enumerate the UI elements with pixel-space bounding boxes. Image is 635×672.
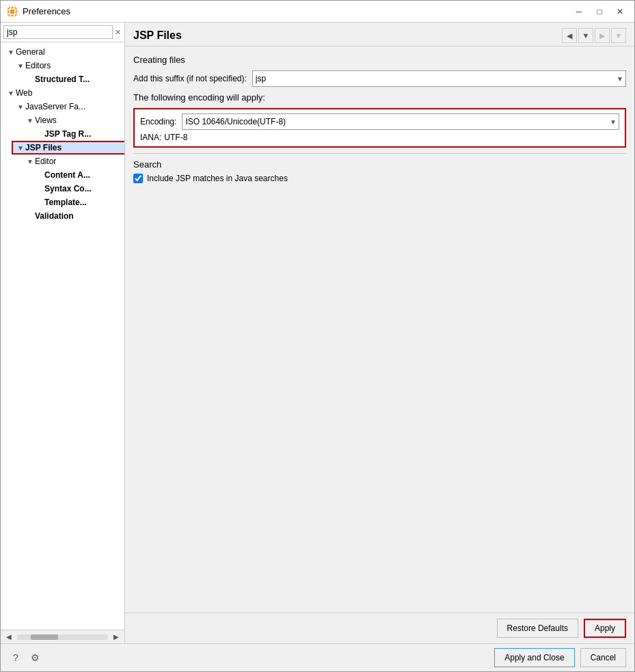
back-button[interactable]: ◀ <box>562 28 577 43</box>
scroll-right-arrow[interactable]: ▶ <box>111 632 122 643</box>
suffix-label: Add this suffix (if not specified): <box>133 74 247 83</box>
tree-label-web: Web <box>16 88 32 98</box>
iana-row: IANA: UTF-8 <box>140 133 619 142</box>
nav-buttons: ◀ ▼ ▶ ▼ <box>562 28 626 43</box>
bottom-bar: Restore Defaults Apply <box>125 613 634 643</box>
suffix-select-wrapper: jsp ▼ <box>252 70 626 87</box>
content-title: JSP Files <box>133 29 562 42</box>
section-divider <box>133 153 626 154</box>
search-section-title: Search <box>133 159 626 170</box>
tree-item-content-a[interactable]: Content A... <box>1 168 124 182</box>
content-header: JSP Files ◀ ▼ ▶ ▼ <box>125 23 634 46</box>
tree-item-editors[interactable]: ▼ Editors <box>1 59 124 72</box>
tree-label-validation: Validation <box>35 211 74 221</box>
footer-bar: ? ⚙ Apply and Close Cancel <box>1 643 634 671</box>
minimize-button[interactable]: ─ <box>570 4 588 19</box>
eclipse-icon <box>6 5 18 18</box>
tree-label-javaserver: JavaServer Fa... <box>25 102 85 111</box>
expander-web: ▼ <box>6 88 16 98</box>
tree-label-general: General <box>16 47 45 57</box>
tree-label-jsp-files: JSP Files <box>25 143 62 152</box>
encoding-label: Encoding: <box>140 117 176 126</box>
window-title: Preferences <box>23 6 570 16</box>
expander-structured <box>25 75 35 84</box>
expander-general: ▼ <box>6 47 16 57</box>
search-box: ✕ <box>1 23 124 42</box>
tree-item-views[interactable]: ▼ Views <box>1 113 124 127</box>
tree: ▼ General ▼ Editors Structured T... <box>1 42 124 630</box>
tree-item-web[interactable]: ▼ Web <box>1 86 124 100</box>
tree-item-javaserver[interactable]: ▼ JavaServer Fa... <box>1 100 124 113</box>
suffix-select[interactable]: jsp <box>252 70 626 87</box>
content-area: JSP Files ◀ ▼ ▶ ▼ Creating files Add thi… <box>125 23 634 643</box>
help-icon[interactable]: ? <box>9 651 23 664</box>
tree-label-editors: Editors <box>25 61 51 70</box>
encoding-select-wrapper: ISO 10646/Unicode(UTF-8) ▼ <box>182 113 619 130</box>
preferences-window: Preferences ─ □ ✕ ✕ ▼ General <box>0 0 635 672</box>
scroll-track[interactable] <box>17 634 108 640</box>
scroll-left-arrow[interactable]: ◀ <box>3 632 14 643</box>
expander-jsp-files: ▼ <box>16 143 25 152</box>
search-clear-icon[interactable]: ✕ <box>114 27 122 38</box>
close-button[interactable]: ✕ <box>611 4 629 19</box>
encoding-row: Encoding: ISO 10646/Unicode(UTF-8) ▼ <box>140 113 619 130</box>
settings-icon[interactable]: ⚙ <box>28 651 42 664</box>
tree-item-templates[interactable]: Template... <box>1 196 124 209</box>
suffix-row: Add this suffix (if not specified): jsp … <box>133 70 626 87</box>
tree-item-validation[interactable]: Validation <box>1 209 124 223</box>
expander-javaserver: ▼ <box>16 102 25 111</box>
sidebar-scrollbar: ◀ ▶ <box>1 630 124 643</box>
search-section: Search Include JSP matches in Java searc… <box>133 159 626 183</box>
tree-item-structured[interactable]: Structured T... <box>1 72 124 86</box>
scroll-thumb <box>31 634 58 640</box>
restore-defaults-button[interactable]: Restore Defaults <box>497 619 578 638</box>
include-checkbox[interactable] <box>133 174 143 183</box>
tree-label-editor: Editor <box>35 157 56 166</box>
title-bar: Preferences ─ □ ✕ <box>1 1 634 23</box>
expander-templates <box>35 198 44 207</box>
sidebar: ✕ ▼ General ▼ Editors <box>1 23 125 643</box>
tree-label-views: Views <box>35 116 57 125</box>
tree-item-syntax-cc[interactable]: Syntax Co... <box>1 182 124 196</box>
search-input[interactable] <box>3 25 113 39</box>
tree-label-syntax-cc: Syntax Co... <box>44 184 92 193</box>
iana-label: IANA: <box>140 133 161 142</box>
forward-dropdown-button[interactable]: ▼ <box>611 28 626 43</box>
tree-label-jsp-tag-r: JSP Tag R... <box>44 129 91 139</box>
expander-content-a <box>35 170 44 180</box>
tree-item-jsp-tag-r[interactable]: JSP Tag R... <box>1 127 124 141</box>
expander-jsp-tag-r <box>35 129 44 139</box>
tree-item-general[interactable]: ▼ General <box>1 45 124 59</box>
tree-label-templates: Template... <box>44 198 87 207</box>
window-controls: ─ □ ✕ <box>570 4 629 19</box>
expander-syntax-cc <box>35 184 44 193</box>
expander-editors: ▼ <box>16 61 25 70</box>
expander-views: ▼ <box>25 116 35 125</box>
encoding-prompt: The following encoding will apply: <box>133 92 626 103</box>
forward-button[interactable]: ▶ <box>595 28 610 43</box>
include-label: Include JSP matches in Java searches <box>147 174 288 183</box>
tree-item-editor[interactable]: ▼ Editor <box>1 154 124 168</box>
cancel-button[interactable]: Cancel <box>580 648 626 667</box>
expander-validation <box>25 211 35 221</box>
apply-and-close-button[interactable]: Apply and Close <box>494 648 574 667</box>
maximize-button[interactable]: □ <box>591 4 608 19</box>
tree-label-structured: Structured T... <box>35 75 90 84</box>
iana-value: UTF-8 <box>164 133 187 142</box>
tree-label-content-a: Content A... <box>44 170 90 180</box>
svg-point-0 <box>7 6 18 17</box>
creating-files-label: Creating files <box>133 55 626 65</box>
encoding-select[interactable]: ISO 10646/Unicode(UTF-8) <box>182 113 619 130</box>
tree-item-jsp-files[interactable]: ▼ JSP Files <box>1 141 124 154</box>
encoding-box: Encoding: ISO 10646/Unicode(UTF-8) ▼ IAN… <box>133 108 626 148</box>
main-content: ✕ ▼ General ▼ Editors <box>1 23 634 643</box>
expander-editor: ▼ <box>25 157 35 166</box>
back-dropdown-button[interactable]: ▼ <box>578 28 593 43</box>
apply-button[interactable]: Apply <box>584 619 626 638</box>
content-body: Creating files Add this suffix (if not s… <box>125 46 634 613</box>
include-checkbox-row: Include JSP matches in Java searches <box>133 174 626 183</box>
